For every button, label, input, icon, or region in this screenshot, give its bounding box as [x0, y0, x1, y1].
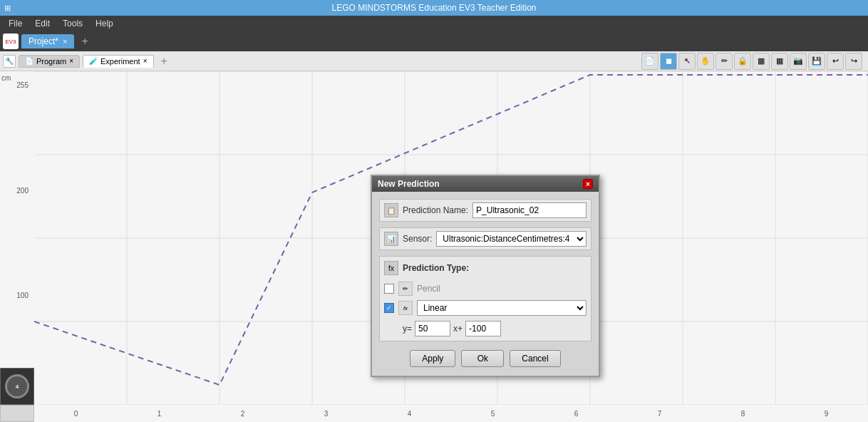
toolbar-new-btn[interactable]: 📄: [641, 53, 658, 70]
menu-edit[interactable]: Edit: [29, 17, 56, 30]
app-logo: EV3: [3, 34, 19, 49]
prediction-name-row: 📋 Prediction Name:: [379, 199, 591, 222]
window-title: LEGO MINDSTORMS Education EV3 Teacher Ed…: [331, 3, 536, 13]
new-prediction-dialog: New Prediction × 📋 Prediction Name: 📊 Se…: [371, 175, 600, 377]
program-tab-icon: 📄: [25, 57, 33, 65]
sensor-row: 📊 Sensor: Ultrasonic:DistanceCentimetres…: [379, 227, 591, 250]
toolbar-pencil-btn[interactable]: ✏: [715, 53, 733, 70]
toolbar-save-btn[interactable]: 💾: [808, 53, 825, 70]
dialog-body: 📋 Prediction Name: 📊 Sensor: Ultrasonic:…: [372, 192, 599, 376]
experiment-tab-close[interactable]: ×: [143, 57, 148, 65]
linear-type-select[interactable]: Linear: [417, 300, 587, 316]
y-equals-label: y=: [403, 324, 412, 334]
prediction-name-label: Prediction Name:: [403, 205, 468, 215]
program-tab-close[interactable]: ×: [69, 57, 73, 65]
pencil-type-row: ✏ Pencil: [384, 279, 587, 298]
experiment-tab-icon: 🧪: [89, 57, 98, 65]
ok-button[interactable]: Ok: [461, 350, 504, 367]
tab-experiment[interactable]: 🧪 Experiment ×: [83, 55, 153, 68]
main-area: cm 255 200 100 0: [0, 71, 868, 422]
add-content-tab-button[interactable]: +: [157, 55, 172, 68]
dialog-buttons: Apply Ok Cancel: [379, 347, 591, 369]
title-bar: ⊞ LEGO MINDSTORMS Education EV3 Teacher …: [0, 0, 868, 16]
pencil-type-label: Pencil: [417, 284, 440, 294]
slope-input[interactable]: [415, 321, 450, 336]
tool-icon[interactable]: 🔧: [3, 55, 16, 68]
add-project-tab-button[interactable]: +: [77, 35, 92, 48]
toolbar-table1-btn[interactable]: ▦: [753, 53, 770, 70]
toolbar-table2-btn[interactable]: ▦: [771, 53, 788, 70]
menu-bar: File Edit Tools Help: [0, 16, 868, 31]
project-tab-label: Project*: [29, 36, 58, 46]
toolbar-pan-btn[interactable]: ✋: [697, 53, 714, 70]
sensor-label: Sensor:: [403, 234, 432, 244]
title-bar-icon: ⊞: [4, 4, 11, 13]
menu-help[interactable]: Help: [90, 17, 119, 30]
project-tab[interactable]: Project* ×: [21, 34, 74, 48]
prediction-type-header: fx Prediction Type:: [384, 261, 587, 275]
menu-tools[interactable]: Tools: [57, 17, 88, 30]
toolbar-camera-btn[interactable]: 📷: [790, 53, 807, 70]
linear-type-row: fx Linear: [384, 298, 587, 318]
toolbar-lock-btn[interactable]: 🔒: [734, 53, 751, 70]
intercept-input[interactable]: [465, 321, 501, 336]
pencil-type-icon: ✏: [398, 282, 413, 296]
project-tab-bar: EV3 Project* × +: [0, 31, 868, 51]
linear-params: y= x+: [384, 318, 587, 336]
toolbar-undo-btn[interactable]: ↩: [827, 53, 844, 70]
sensor-icon: 📊: [384, 232, 398, 246]
linear-type-icon: fx: [398, 301, 413, 315]
project-tab-close[interactable]: ×: [63, 37, 67, 46]
program-tab-label: Program: [36, 57, 66, 66]
toolbar-right: 📄 ◼ ↖ ✋ ✏ 🔒 ▦ ▦ 📷 💾 ↩ ↪: [641, 53, 865, 70]
toolbar-cursor-btn[interactable]: ↖: [678, 53, 696, 70]
pencil-checkbox[interactable]: [384, 284, 394, 294]
prediction-type-label: Prediction Type:: [403, 263, 469, 273]
prediction-type-icon: fx: [384, 261, 398, 275]
cancel-button[interactable]: Cancel: [510, 350, 560, 367]
dialog-close-button[interactable]: ×: [583, 179, 593, 189]
linear-checkbox[interactable]: [384, 303, 394, 313]
toolbar-redo-btn[interactable]: ↪: [845, 53, 862, 70]
dialog-title-bar: New Prediction ×: [372, 176, 599, 192]
experiment-tab-label: Experiment: [100, 57, 140, 66]
prediction-type-section: fx Prediction Type: ✏ Pencil fx: [379, 256, 591, 341]
prediction-name-input[interactable]: [472, 202, 587, 218]
x-plus-label: x+: [453, 324, 463, 334]
content-tab-bar: 🔧 📄 Program × 🧪 Experiment × + 📄 ◼ ↖ ✋ ✏…: [0, 51, 868, 71]
tab-program[interactable]: 📄 Program ×: [19, 55, 80, 68]
dialog-title: New Prediction: [378, 179, 440, 189]
apply-button[interactable]: Apply: [410, 350, 455, 367]
menu-file[interactable]: File: [3, 17, 28, 30]
prediction-name-icon: 📋: [384, 203, 398, 217]
toolbar-select-btn[interactable]: ◼: [660, 53, 677, 70]
modal-overlay: New Prediction × 📋 Prediction Name: 📊 Se…: [0, 71, 868, 422]
sensor-select[interactable]: Ultrasonic:DistanceCentimetres:4: [436, 231, 587, 247]
